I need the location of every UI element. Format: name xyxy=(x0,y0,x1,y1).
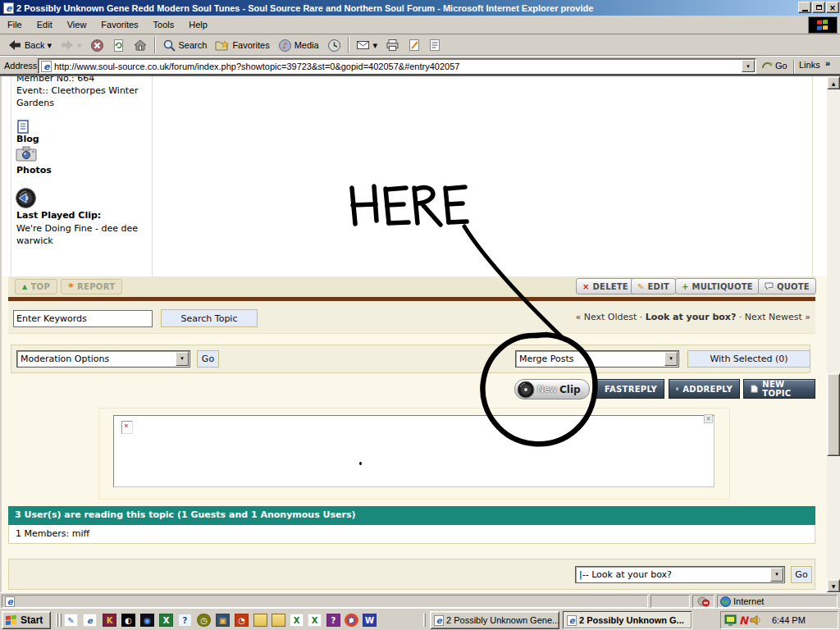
new-topic-button[interactable]: NEW TOPIC xyxy=(743,379,815,399)
back-dropdown-icon[interactable] xyxy=(47,40,52,51)
print-button[interactable] xyxy=(381,36,404,55)
start-button[interactable]: Start xyxy=(2,611,51,629)
quicklaunch-media-player-icon[interactable] xyxy=(345,614,358,627)
with-selected-button[interactable]: With Selected (0) xyxy=(687,350,810,368)
globe-icon xyxy=(720,596,731,607)
blog-icon[interactable] xyxy=(17,120,29,134)
sidebar-blog-link[interactable]: Blog xyxy=(16,134,39,144)
next-oldest-link[interactable]: « Next Oldest xyxy=(575,312,637,322)
select-arrow-icon[interactable] xyxy=(664,352,678,366)
moderation-options-value: Moderation Options xyxy=(21,354,109,364)
media-button[interactable]: ♪ Media xyxy=(274,36,323,55)
select-arrow-icon[interactable] xyxy=(770,568,783,582)
refresh-button[interactable] xyxy=(108,36,129,55)
new-clip-button[interactable]: New Clip xyxy=(514,379,590,399)
menu-edit[interactable]: Edit xyxy=(30,16,60,34)
favorites-button[interactable]: Favorites xyxy=(211,36,273,55)
quicklaunch-viewer-icon[interactable] xyxy=(140,614,154,627)
jump-go-button[interactable]: Go xyxy=(791,566,812,583)
edit-button-forum[interactable]: EDIT xyxy=(631,278,676,294)
keywords-input[interactable] xyxy=(13,310,153,327)
menu-favorites[interactable]: Favorites xyxy=(94,16,145,34)
topic-title-link[interactable]: Look at your box? xyxy=(646,312,737,322)
forward-button[interactable] xyxy=(56,36,86,55)
quicklaunch-folder-icon[interactable] xyxy=(272,614,285,627)
multiquote-button[interactable]: MULTIQUOTE xyxy=(675,278,760,294)
go-button[interactable]: Go xyxy=(761,59,788,71)
add-reply-button[interactable]: ADDREPLY xyxy=(669,379,740,399)
top-button[interactable]: TOP xyxy=(15,279,57,294)
merge-posts-select[interactable]: Merge Posts xyxy=(515,350,679,368)
quicklaunch-schedule-icon[interactable] xyxy=(235,614,249,627)
quote-button[interactable]: QUOTE xyxy=(758,278,816,294)
tray-network-icon[interactable] xyxy=(739,614,748,627)
menu-view[interactable]: View xyxy=(60,16,94,34)
taskbar-window-1[interactable]: e 2 Possibly Unknown Gene... xyxy=(430,611,559,629)
address-dropdown-icon[interactable] xyxy=(742,60,755,72)
quicklaunch-word-icon[interactable] xyxy=(363,614,377,627)
quicklaunch-imaging-icon[interactable] xyxy=(216,614,230,627)
quicklaunch-internet-explorer-icon[interactable] xyxy=(83,614,97,627)
search-button[interactable]: Search xyxy=(158,36,212,55)
sidebar-photos-link[interactable]: Photos xyxy=(16,165,52,176)
member-link[interactable]: miff xyxy=(72,528,89,539)
with-selected-label: With Selected (0) xyxy=(710,354,788,364)
quicklaunch-excel-doc-icon[interactable] xyxy=(290,614,304,627)
menu-file[interactable]: File xyxy=(0,16,30,34)
scroll-up-button[interactable] xyxy=(827,76,840,89)
taskbar-grip[interactable] xyxy=(423,614,426,627)
history-button[interactable] xyxy=(323,36,345,55)
ad-container xyxy=(98,408,730,500)
mail-button[interactable] xyxy=(352,36,382,55)
close-button[interactable] xyxy=(826,2,839,13)
moderation-go-button[interactable]: Go xyxy=(197,350,219,368)
svg-text:e: e xyxy=(436,616,443,625)
select-arrow-icon[interactable] xyxy=(176,352,189,366)
ad-close-icon[interactable] xyxy=(704,414,713,423)
quicklaunch-excel-icon[interactable] xyxy=(159,614,173,627)
quicklaunch-clock-icon[interactable] xyxy=(197,614,211,627)
menu-tools[interactable]: Tools xyxy=(146,16,182,34)
quicklaunch-help-book-icon[interactable] xyxy=(326,614,340,627)
moderation-options-select[interactable]: Moderation Options xyxy=(16,350,190,368)
fast-reply-button[interactable]: FASTREPLY xyxy=(593,379,664,399)
restore-button[interactable] xyxy=(812,2,825,13)
address-input-box[interactable]: e xyxy=(38,58,756,74)
url-input[interactable] xyxy=(54,62,740,71)
quicklaunch-mail-compose-icon[interactable] xyxy=(64,614,78,627)
photos-icon[interactable] xyxy=(16,146,37,162)
scroll-down-button[interactable] xyxy=(827,579,840,592)
forward-dropdown-icon[interactable] xyxy=(77,40,82,51)
delete-button[interactable]: DELETE xyxy=(576,278,635,294)
discuss-button[interactable] xyxy=(425,36,445,55)
scrollbar-thumb[interactable] xyxy=(827,373,840,456)
quicklaunch-key-icon[interactable] xyxy=(103,614,116,627)
search-topic-button[interactable]: Search Topic xyxy=(161,309,258,327)
links-label[interactable]: Links xyxy=(799,60,820,70)
edit-button[interactable] xyxy=(404,36,425,55)
quicklaunch-folder-tools-icon[interactable] xyxy=(253,614,267,627)
clip-icon[interactable] xyxy=(15,187,37,209)
speaker-icon[interactable] xyxy=(750,614,762,626)
mail-dropdown-icon[interactable] xyxy=(373,40,378,51)
links-chevron-icon[interactable]: » xyxy=(825,58,830,68)
quicklaunch-excel-doc2-icon[interactable] xyxy=(308,614,322,627)
home-button[interactable] xyxy=(129,36,152,55)
taskbar-window-2[interactable]: e 2 Possibly Unknown G... xyxy=(563,611,692,629)
next-newest-link[interactable]: Next Newest » xyxy=(745,312,810,322)
stop-button[interactable] xyxy=(86,36,108,55)
back-button[interactable]: Back xyxy=(3,36,56,55)
favorites-label: Favorites xyxy=(232,40,269,50)
menu-help[interactable]: Help xyxy=(181,16,215,34)
taskbar-grip[interactable] xyxy=(59,614,62,627)
quicklaunch-contrast-icon[interactable] xyxy=(121,614,135,627)
back-label: Back xyxy=(25,40,44,50)
tray-display-icon[interactable] xyxy=(724,614,737,627)
report-button[interactable]: REPORT xyxy=(61,279,122,294)
forum-jump-select[interactable]: |-- Look at your box? xyxy=(575,566,785,583)
quicklaunch-search-icon[interactable] xyxy=(178,614,192,627)
taskbar-grip[interactable] xyxy=(56,614,58,627)
new-clip-clip-label: Clip xyxy=(559,384,581,395)
vertical-scrollbar[interactable] xyxy=(827,76,840,592)
minimize-button[interactable] xyxy=(798,2,811,13)
